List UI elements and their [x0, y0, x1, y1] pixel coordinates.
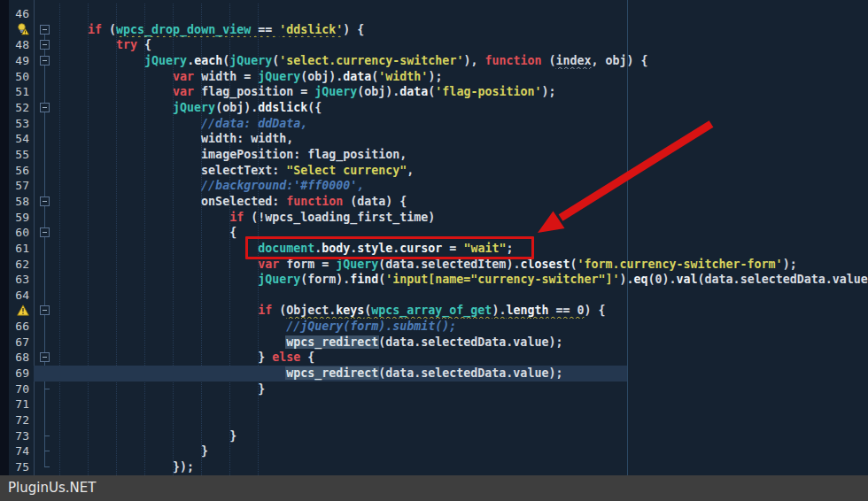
code-line-66[interactable]: 66 //jQuery(form).submit(); [0, 319, 868, 335]
code-token: style [357, 242, 392, 255]
code-text[interactable] [53, 288, 868, 304]
line-number[interactable]: 70 [0, 382, 34, 397]
fold-toggle-icon[interactable] [40, 56, 50, 66]
code-text[interactable] [53, 6, 868, 22]
code-line-67[interactable]: 67 wpcs_redirect(data.selectedData.value… [0, 335, 868, 351]
code-line-54[interactable]: 54 width: width, [0, 131, 868, 147]
line-number[interactable]: 62 [0, 257, 34, 273]
code-text[interactable]: //data: ddData, [53, 116, 868, 132]
line-number[interactable]: 49 [0, 53, 34, 69]
line-number[interactable]: 74 [0, 443, 34, 459]
code-line-73[interactable]: 73 } [0, 428, 868, 444]
code-line-72[interactable]: 72 [0, 412, 868, 428]
line-number[interactable]: 67 [0, 335, 34, 351]
code-line-63[interactable]: 63 jQuery(form).find('input[name="curren… [0, 272, 868, 288]
code-text[interactable]: try { [53, 37, 868, 53]
line-number[interactable]: 50 [0, 69, 34, 85]
code-text[interactable]: //jQuery(form).submit(); [53, 319, 868, 335]
line-number[interactable]: 73 [0, 428, 34, 444]
code-text[interactable]: } [53, 428, 868, 444]
code-line-70[interactable]: 70 } [0, 382, 868, 397]
line-number[interactable]: 72 [0, 412, 34, 428]
fold-toggle-icon[interactable] [40, 305, 50, 315]
gutter-icon-cell[interactable] [0, 303, 34, 319]
line-number[interactable]: 57 [0, 178, 34, 194]
code-line-56[interactable]: 56 selectText: "Select currency", [0, 163, 868, 179]
code-text[interactable]: selectText: "Select currency", [53, 163, 868, 179]
code-text[interactable]: { [53, 225, 868, 241]
line-number[interactable]: 61 [0, 241, 34, 257]
code-text[interactable]: document.body.style.cursor = "wait"; [53, 241, 868, 257]
code-text[interactable]: jQuery(form).find('input[name="currency-… [53, 272, 868, 288]
code-text[interactable]: }); [53, 459, 868, 475]
line-number[interactable]: 66 [0, 319, 34, 335]
code-text[interactable]: if (Object.keys(wpcs_array_of_get).lengt… [53, 303, 868, 319]
line-number[interactable]: 64 [0, 288, 34, 304]
line-number[interactable]: 54 [0, 131, 34, 147]
code-text[interactable]: //background:'#ff0000', [53, 178, 868, 194]
line-number[interactable]: 58 [0, 194, 34, 210]
code-line-58[interactable]: 58 onSelected: function (data) { [0, 194, 868, 210]
code-text[interactable] [53, 397, 868, 412]
line-number[interactable]: 53 [0, 116, 34, 132]
code-line-57[interactable]: 57 //background:'#ff0000', [0, 178, 868, 194]
code-line-48[interactable]: 48 try { [0, 37, 868, 53]
code-line-69[interactable]: 69 wpcs_redirect(data.selectedData.value… [0, 366, 868, 382]
code-line-64[interactable]: 64 [0, 288, 868, 304]
code-text[interactable]: var width = jQuery(obj).data('width'); [53, 69, 868, 85]
code-line-68[interactable]: 68 } else { [0, 350, 868, 366]
code-text[interactable]: if (wpcs_drop_down_view == 'ddslick') { [53, 22, 868, 38]
code-line-52[interactable]: 52 jQuery(obj).ddslick({ [0, 100, 868, 116]
line-number[interactable]: 71 [0, 397, 34, 412]
code-text[interactable]: wpcs_redirect(data.selectedData.value); [53, 366, 868, 382]
line-number[interactable]: 52 [0, 100, 34, 116]
code-text[interactable]: width: width, [53, 131, 868, 147]
code-text[interactable]: jQuery(obj).ddslick({ [53, 100, 868, 116]
fold-toggle-icon[interactable] [40, 197, 50, 206]
line-number[interactable]: 46 [0, 6, 34, 22]
code-text[interactable]: var flag_position = jQuery(obj).data('fl… [53, 84, 868, 100]
fold-toggle-icon[interactable] [40, 227, 50, 237]
line-number[interactable]: 51 [0, 84, 34, 100]
code-line-47[interactable]: if (wpcs_drop_down_view == 'ddslick') { [0, 22, 868, 38]
code-text[interactable]: } [53, 443, 868, 459]
code-line-71[interactable]: 71 [0, 397, 868, 412]
code-line-75[interactable]: 75 }); [0, 459, 868, 475]
code-line-60[interactable]: 60 { [0, 225, 868, 241]
code-line-50[interactable]: 50 var width = jQuery(obj).data('width')… [0, 69, 868, 85]
code-text[interactable]: jQuery.each(jQuery('select.currency-swit… [53, 53, 868, 69]
line-number[interactable]: 63 [0, 272, 34, 288]
code-text[interactable]: onSelected: function (data) { [53, 194, 868, 210]
line-number[interactable]: 48 [0, 37, 34, 53]
line-number[interactable]: 60 [0, 225, 34, 241]
code-line-61[interactable]: 61 document.body.style.cursor = "wait"; [0, 241, 868, 257]
line-number[interactable]: 59 [0, 210, 34, 226]
code-line-49[interactable]: 49 jQuery.each(jQuery('select.currency-s… [0, 53, 868, 69]
gutter-icon-cell[interactable] [0, 22, 34, 38]
code-line-53[interactable]: 53 //data: ddData, [0, 116, 868, 132]
code-line-55[interactable]: 55 imagePosition: flag_position, [0, 147, 868, 163]
code-text[interactable]: } else { [53, 350, 868, 366]
code-line-74[interactable]: 74 } [0, 443, 868, 459]
line-number[interactable]: 75 [0, 459, 34, 475]
line-number[interactable]: 56 [0, 163, 34, 179]
code-editor[interactable]: 46 if (wpcs_drop_down_view == 'ddslick')… [0, 0, 868, 475]
code-line-46[interactable]: 46 [0, 6, 868, 22]
line-number[interactable]: 55 [0, 147, 34, 163]
code-line-59[interactable]: 59 if (!wpcs_loading_first_time) [0, 210, 868, 226]
line-number[interactable]: 68 [0, 350, 34, 366]
code-text[interactable]: } [53, 382, 868, 397]
fold-toggle-icon[interactable] [40, 352, 50, 362]
code-line-51[interactable]: 51 var flag_position = jQuery(obj).data(… [0, 84, 868, 100]
code-text[interactable] [53, 412, 868, 428]
code-text[interactable]: wpcs_redirect(data.selectedData.value); [53, 335, 868, 351]
line-number[interactable]: 69 [0, 366, 34, 382]
code-line-62[interactable]: 62 var form = jQuery(data.selectedItem).… [0, 257, 868, 273]
fold-toggle-icon[interactable] [40, 103, 50, 112]
code-text[interactable]: imagePosition: flag_position, [53, 147, 868, 163]
code-text[interactable]: if (!wpcs_loading_first_time) [53, 210, 868, 226]
code-line-65[interactable]: if (Object.keys(wpcs_array_of_get).lengt… [0, 303, 868, 319]
fold-toggle-icon[interactable] [40, 40, 50, 50]
code-text[interactable]: var form = jQuery(data.selectedItem).clo… [53, 257, 868, 273]
fold-toggle-icon[interactable] [40, 25, 50, 35]
